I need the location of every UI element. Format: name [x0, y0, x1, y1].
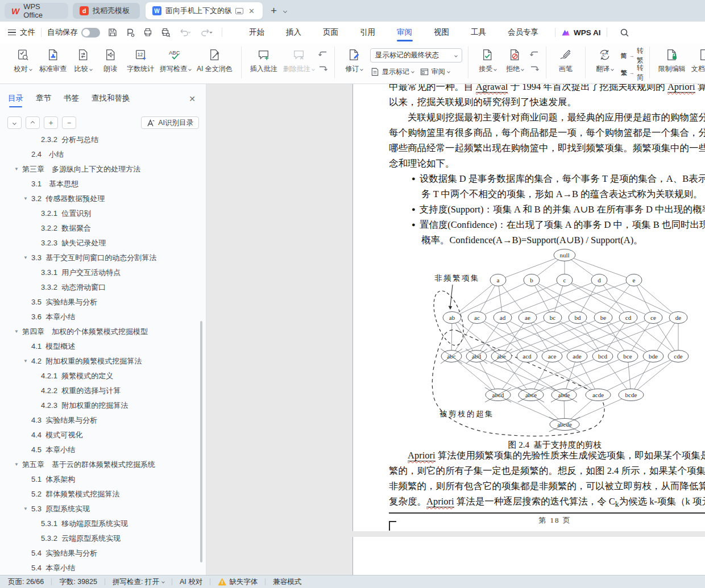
compare-button[interactable]: 比较: [69, 45, 97, 74]
toc-item[interactable]: 3.3.1 用户交互活动特点: [0, 265, 201, 280]
collapse-arrow-icon[interactable]: ▼: [14, 324, 19, 339]
pane-close-icon[interactable]: ✕: [189, 94, 196, 103]
toc-item[interactable]: ▼4.2 附加权重的频繁模式挖掘算法: [0, 354, 201, 369]
toc-item[interactable]: 4.3 实验结果与分析: [0, 413, 201, 428]
toc-item[interactable]: 3.6 本章小结: [0, 310, 201, 324]
export-pdf-icon[interactable]: [125, 27, 135, 37]
collapse-arrow-icon[interactable]: ▼: [14, 162, 19, 177]
tab-list-dropdown-icon[interactable]: [283, 9, 287, 12]
print-preview-icon[interactable]: [160, 27, 171, 37]
collapse-all-button[interactable]: [26, 116, 40, 129]
accept-changes-button[interactable]: 接受: [474, 45, 501, 74]
pane-tab-0[interactable]: 目录: [8, 93, 23, 107]
collapse-arrow-icon[interactable]: ▼: [14, 457, 19, 472]
toc-item[interactable]: ▼3.3 基于交互时间窗口的动态分割算法: [0, 251, 201, 265]
insert-comment-button[interactable]: 插入批注: [247, 45, 280, 74]
traditional-to-simplified-button[interactable]: 繁→ 转简: [621, 66, 644, 79]
hamburger-menu-icon[interactable]: [8, 28, 16, 37]
ai-proofread-indicator[interactable]: AI 校对: [180, 577, 202, 587]
toc-item[interactable]: ▼3.2 传感器数据预处理: [0, 191, 201, 206]
previous-comment-icon[interactable]: [317, 49, 329, 60]
toc-item[interactable]: 5.4 实验结果与分析: [0, 546, 201, 561]
toc-item[interactable]: 4.4 模式可视化: [0, 428, 201, 443]
word-count-indicator[interactable]: 字数: 39825: [59, 577, 97, 587]
word-count-button[interactable]: 12 字数统计: [124, 45, 157, 74]
ink-pen-button[interactable]: 画笔: [552, 45, 579, 74]
toc-item[interactable]: 4.2.2 权重的选择与计算: [0, 383, 201, 398]
menu-tab-4[interactable]: 审阅: [386, 22, 423, 43]
spell-check-button[interactable]: ABC 拼写检查: [157, 45, 194, 74]
document-page-18[interactable]: 中最常见的一种。自 Agrawal 于 1994 年首次提出了挖掘关联规则的 A…: [353, 84, 705, 531]
toc-item[interactable]: 2.4 小结: [0, 147, 201, 162]
document-permission-button[interactable]: 文档权限: [689, 45, 705, 74]
toc-item[interactable]: 5.3.1 移动端原型系统实现: [0, 516, 201, 531]
collapse-arrow-icon[interactable]: ▼: [23, 191, 28, 206]
toc-item[interactable]: 4.1 模型概述: [0, 339, 201, 354]
toc-item[interactable]: 3.3.2 动态滑动窗口: [0, 280, 201, 295]
restrict-editing-button[interactable]: 限制编辑: [656, 45, 689, 74]
pane-tab-3[interactable]: 查找和替换: [92, 93, 130, 107]
collapse-arrow-icon[interactable]: ▼: [23, 502, 28, 516]
toc-item[interactable]: ▼第五章 基于云的群体频繁模式挖掘系统: [0, 457, 201, 472]
next-change-icon[interactable]: [529, 64, 540, 75]
toc-item[interactable]: 3.5 实验结果与分析: [0, 295, 201, 310]
undo-icon[interactable]: [178, 27, 192, 37]
show-markup-button[interactable]: 显示标记: [370, 65, 414, 78]
menu-tab-2[interactable]: 页面: [312, 22, 349, 43]
file-menu[interactable]: 文件: [20, 27, 35, 37]
tab-close-icon[interactable]: ✕: [247, 7, 256, 15]
document-page-next[interactable]: [353, 537, 705, 575]
reviewers-button[interactable]: 审阅: [420, 65, 450, 78]
tab-wps-home[interactable]: W WPS Office: [5, 3, 68, 19]
ai-polish-button[interactable]: AI 全文润色: [194, 45, 235, 74]
search-icon[interactable]: [620, 28, 629, 37]
toc-item[interactable]: 5.1 体系架构: [0, 472, 201, 487]
zoom-in-level-button[interactable]: ＋: [44, 116, 58, 129]
tab-active-document[interactable]: W 面向手机上下文的纵向多源数 ✕: [146, 2, 263, 19]
toc-item[interactable]: 4.2.3 附加权重的挖掘算法: [0, 398, 201, 413]
autosave-toggle[interactable]: [81, 28, 100, 37]
toc-scrollbar-thumb[interactable]: [200, 321, 202, 562]
toc-item[interactable]: 2.3.2 分析与总结: [0, 136, 201, 147]
markup-state-select[interactable]: 显示标记的最终状态: [370, 48, 462, 62]
simplified-to-traditional-button[interactable]: 简→ 转繁: [621, 49, 644, 62]
menu-tab-3[interactable]: 引用: [349, 22, 386, 43]
redo-icon[interactable]: [199, 27, 213, 37]
toc-item[interactable]: 3.2.1 位置识别: [0, 206, 201, 221]
page-indicator[interactable]: 页面: 26/66: [8, 577, 44, 587]
compatibility-mode-indicator[interactable]: 兼容模式: [273, 577, 301, 587]
tab-docer-templates[interactable]: d 找稻壳模板: [73, 3, 140, 19]
collapse-arrow-icon[interactable]: ▼: [23, 354, 28, 369]
delete-comment-button[interactable]: 删除批注: [280, 45, 317, 74]
wps-ai-button[interactable]: WPS AI: [561, 28, 601, 37]
menu-tab-1[interactable]: 插入: [275, 22, 312, 43]
toc-item[interactable]: 4.2.1 频繁模式的定义: [0, 369, 201, 383]
pane-tab-1[interactable]: 章节: [36, 93, 51, 107]
toc-item[interactable]: 5.2 群体频繁模式挖掘算法: [0, 487, 201, 502]
previous-change-icon[interactable]: [529, 49, 540, 60]
save-icon[interactable]: [107, 27, 118, 37]
new-tab-button[interactable]: +: [271, 5, 277, 17]
toc-item[interactable]: 3.1 基本思想: [0, 177, 201, 191]
zoom-out-level-button[interactable]: －: [62, 116, 76, 129]
track-changes-button[interactable]: 修订: [341, 45, 368, 74]
toc-item[interactable]: 5.3.2 云端原型系统实现: [0, 531, 201, 546]
standard-review-button[interactable]: 标准审查: [36, 45, 69, 74]
expand-all-button[interactable]: [7, 116, 22, 129]
toc-item[interactable]: 5.4 本章小结: [0, 561, 201, 575]
spellcheck-indicator[interactable]: 拼写检查: 打开: [113, 577, 164, 587]
missing-font-indicator[interactable]: ! 缺失字体: [218, 577, 258, 587]
translate-button[interactable]: 文A 翻译: [591, 45, 619, 74]
menu-tab-5[interactable]: 视图: [423, 22, 460, 43]
ai-recognize-toc-button[interactable]: AI识别目录: [141, 116, 199, 129]
toc-item[interactable]: 3.2.2 数据聚合: [0, 221, 201, 236]
proofread-button[interactable]: 校对: [9, 45, 36, 74]
menu-tab-6[interactable]: 工具: [460, 22, 497, 43]
toc-item[interactable]: ▼第三章 多源纵向上下文的处理方法: [0, 162, 201, 177]
toc-item[interactable]: 4.5 本章小结: [0, 443, 201, 457]
toc-item[interactable]: ▼第四章 加权的个体频繁模式挖掘模型: [0, 324, 201, 339]
print-icon[interactable]: [143, 27, 153, 37]
collapse-arrow-icon[interactable]: ▼: [23, 251, 28, 265]
next-comment-icon[interactable]: [317, 64, 329, 75]
read-aloud-button[interactable]: 朗读: [97, 45, 124, 74]
